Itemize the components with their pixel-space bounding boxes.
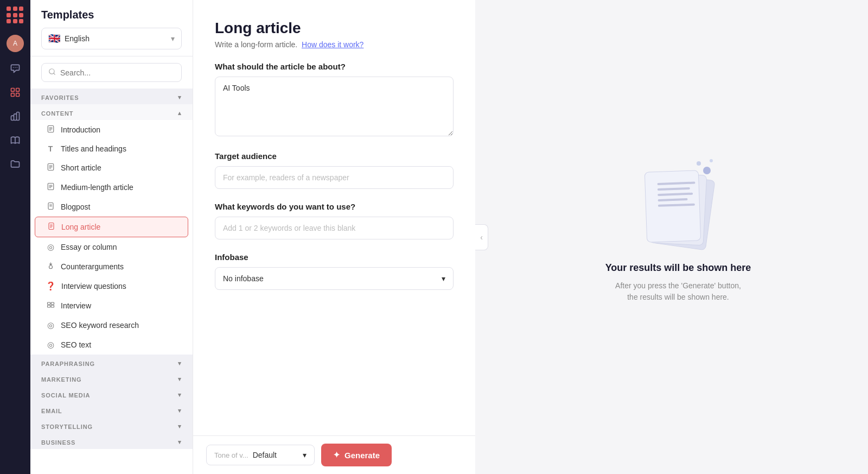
form-title: Long article xyxy=(215,20,454,37)
form-content: Long article Write a long-form article. … xyxy=(193,0,475,435)
chevron-down-icon: ▾ xyxy=(442,274,445,283)
svg-point-22 xyxy=(49,266,52,269)
documents-icon[interactable] xyxy=(5,130,25,150)
infobase-select[interactable]: No infobase ▾ xyxy=(215,267,454,290)
paper-line-1 xyxy=(657,182,695,185)
section-marketing[interactable]: MARKETING ▾ xyxy=(30,370,193,386)
sidebar-header: Templates 🇬🇧 English ▾ xyxy=(30,0,193,56)
results-subtitle: After you press the 'Generate' button, t… xyxy=(615,280,741,303)
sidebar-item-essay-column[interactable]: ◎ Essay or column xyxy=(35,237,188,257)
keywords-input[interactable] xyxy=(215,217,454,239)
generate-button[interactable]: ✦ Generate xyxy=(321,444,392,466)
generate-label: Generate xyxy=(344,451,380,460)
tone-label: Tone of v... xyxy=(214,451,248,459)
titles-icon: T xyxy=(46,144,55,153)
section-content-label: CONTENT xyxy=(41,110,73,117)
sidebar-item-titles-headings[interactable]: T Titles and headings xyxy=(35,140,188,158)
results-panel: Your results will be shown here After yo… xyxy=(488,0,868,474)
form-panel: Long article Write a long-form article. … xyxy=(193,0,475,474)
target-audience-label: Target audience xyxy=(215,151,454,161)
app-logo xyxy=(7,7,24,24)
about-textarea[interactable]: AI Tools xyxy=(215,77,454,136)
section-favorites-label: FAVORITES xyxy=(41,94,79,101)
sidebar-item-seo-keyword-research[interactable]: ◎ SEO keyword research xyxy=(35,315,188,335)
section-paraphrasing[interactable]: PARAPHRASING ▾ xyxy=(30,355,193,370)
paper-line-4 xyxy=(658,198,688,201)
sidebar-item-blogpost-label: Blogpost xyxy=(61,203,90,211)
sidebar-item-long-article-label: Long article xyxy=(61,223,100,231)
sidebar-item-short-article-label: Short article xyxy=(61,163,101,172)
interview-icon xyxy=(46,301,55,311)
form-subtitle: Write a long-form article. How does it w… xyxy=(215,40,454,49)
paper-line-3 xyxy=(658,193,693,196)
infobase-label: Infobase xyxy=(215,252,454,262)
sidebar-item-medium-article-label: Medium-length article xyxy=(61,183,133,192)
results-sub-line1: After you press the 'Generate' button, xyxy=(615,281,741,290)
keywords-label: What keywords do you want to use? xyxy=(215,202,454,211)
about-group: What should the article be about? AI Too… xyxy=(215,62,454,138)
sidebar-item-interview[interactable]: Interview xyxy=(35,296,188,315)
sidebar-item-medium-article[interactable]: Medium-length article xyxy=(35,178,188,197)
how-does-it-work-link[interactable]: How does it work? xyxy=(302,40,363,49)
folder-icon[interactable] xyxy=(5,154,25,174)
counterarguments-icon xyxy=(46,262,55,271)
sidebar-item-seo-text[interactable]: ◎ SEO text xyxy=(35,335,188,355)
sidebar-item-blogpost[interactable]: Blogpost xyxy=(35,197,188,217)
search-input[interactable] xyxy=(60,68,175,77)
svg-rect-2 xyxy=(11,93,15,97)
section-storytelling[interactable]: STORYTELLING ▾ xyxy=(30,418,193,433)
section-email[interactable]: EMAIL ▾ xyxy=(30,402,193,418)
svg-rect-26 xyxy=(51,305,54,307)
sidebar-item-introduction-label: Introduction xyxy=(61,125,100,134)
chevron-down-icon: ▾ xyxy=(178,407,182,414)
chevron-down-icon: ▾ xyxy=(178,439,182,446)
sidebar-item-long-article[interactable]: Long article xyxy=(35,217,188,237)
sidebar-item-essay-label: Essay or column xyxy=(61,243,117,251)
bubble-1 xyxy=(703,167,711,174)
avatar[interactable]: A xyxy=(7,35,24,52)
section-marketing-label: MARKETING xyxy=(41,376,82,383)
long-article-icon xyxy=(46,222,56,232)
sidebar: Templates 🇬🇧 English ▾ FAVORITES ▾ CONTE… xyxy=(30,0,193,474)
generate-icon: ✦ xyxy=(333,450,340,460)
tone-value: Default xyxy=(253,451,277,459)
sidebar-item-interview-questions-label: Interview questions xyxy=(61,282,126,290)
about-label: What should the article be about? xyxy=(215,62,454,71)
infobase-group: Infobase No infobase ▾ xyxy=(215,252,454,290)
sidebar-item-interview-label: Interview xyxy=(61,301,91,310)
sidebar-item-introduction[interactable]: Introduction xyxy=(35,120,188,140)
section-business-label: BUSINESS xyxy=(41,439,75,446)
target-audience-input[interactable] xyxy=(215,166,454,189)
sidebar-item-short-article[interactable]: Short article xyxy=(35,158,188,178)
sidebar-item-interview-questions[interactable]: ❓ Interview questions xyxy=(35,276,188,296)
sidebar-item-counterarguments-label: Counterarguments xyxy=(61,262,124,271)
chat-icon[interactable] xyxy=(5,59,25,78)
icon-bar: A xyxy=(0,0,30,474)
section-social-media[interactable]: SOCIAL MEDIA ▾ xyxy=(30,386,193,402)
section-content[interactable]: CONTENT ▴ xyxy=(30,104,193,120)
sidebar-item-counterarguments[interactable]: Counterarguments xyxy=(35,257,188,276)
seo-text-icon: ◎ xyxy=(46,340,55,350)
form-toolbar: Tone of v... Default ▾ ✦ Generate xyxy=(193,435,475,474)
section-favorites[interactable]: FAVORITES ▾ xyxy=(30,89,193,104)
section-social-media-label: SOCIAL MEDIA xyxy=(41,392,90,399)
templates-icon[interactable] xyxy=(5,83,25,102)
blogpost-icon xyxy=(46,202,55,212)
language-label: English xyxy=(65,34,90,43)
svg-rect-24 xyxy=(51,302,54,305)
collapse-panel-button[interactable]: ‹ xyxy=(475,224,488,250)
short-article-icon xyxy=(46,163,55,173)
language-selector[interactable]: 🇬🇧 English ▾ xyxy=(41,28,182,49)
search-box[interactable] xyxy=(41,63,182,82)
svg-rect-1 xyxy=(16,89,20,92)
tone-select[interactable]: Tone of v... Default ▾ xyxy=(206,445,315,465)
chevron-down-icon: ▾ xyxy=(178,423,182,430)
results-sub-line2: the results will be shown here. xyxy=(627,293,729,301)
section-business[interactable]: BUSINESS ▾ xyxy=(30,433,193,449)
paper-line-2 xyxy=(658,187,690,191)
analytics-icon[interactable] xyxy=(5,106,25,126)
svg-rect-0 xyxy=(11,89,15,92)
section-email-label: EMAIL xyxy=(41,408,62,414)
section-storytelling-label: STORYTELLING xyxy=(41,424,93,430)
chevron-down-icon: ▾ xyxy=(178,376,182,383)
